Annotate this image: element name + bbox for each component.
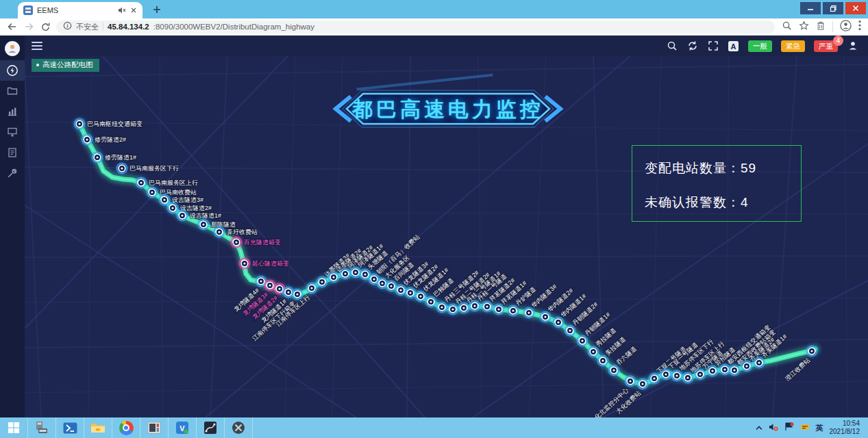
- screen: EEMS 不: [0, 0, 868, 438]
- station-count-text: 变配电站数量：59: [645, 159, 801, 177]
- station-marker[interactable]: 巴马南服务区下行: [116, 162, 179, 175]
- station-label: 设吉隧道1#: [190, 212, 221, 219]
- browser-addressbar: 不安全 45.84.134.2:8090/3000WEBV2/Distribut…: [0, 18, 868, 36]
- breadcrumb-tab[interactable]: 高速公路配电图: [32, 59, 99, 72]
- station-label: 设吉隧道3#: [172, 196, 203, 203]
- map-canvas[interactable]: 巴马南枢纽交通箱变修劳隧道2#修劳隧道1#巴马南服务区下行巴马南服务区上行巴马南…: [25, 56, 868, 417]
- profile-avatar-icon[interactable]: [840, 20, 852, 34]
- sidebar-item-tools[interactable]: [0, 163, 25, 183]
- sidebar-item-power-distribution[interactable]: [0, 60, 25, 81]
- eems-app: A 一般 紧急 严重4 巴马南枢纽交通箱变修劳隧道2#修劳隧道1#巴马南服务区下…: [0, 36, 868, 417]
- browser-tab[interactable]: EEMS: [18, 2, 142, 18]
- station-marker-alarm[interactable]: 延心隧道箱变: [238, 257, 289, 270]
- header-actions: A 一般 紧急 严重4: [666, 40, 868, 52]
- tab-title: EEMS: [37, 6, 114, 14]
- tray-ime-tool-icon[interactable]: [800, 422, 810, 434]
- svg-text:A: A: [731, 42, 736, 50]
- url-field[interactable]: 不安全 45.84.134.2:8090/3000WEBV2/Distribut…: [56, 21, 775, 34]
- powershell-icon[interactable]: [56, 417, 84, 438]
- browser-menu-icon[interactable]: [858, 20, 861, 34]
- station-marker[interactable]: 修劳隧道1#: [91, 151, 136, 164]
- actions-divider: [832, 21, 833, 32]
- file-explorer-icon[interactable]: [84, 417, 112, 438]
- station-label: 那陈隧道: [211, 221, 236, 228]
- tray-volume-icon[interactable]: [769, 422, 778, 434]
- station-marker[interactable]: 巴马南服务区上行: [135, 177, 198, 189]
- clock-date: 2021/8/12: [830, 428, 860, 437]
- user-icon[interactable]: [847, 40, 858, 52]
- refresh-icon[interactable]: [686, 40, 698, 52]
- addressbar-actions: [782, 20, 868, 34]
- reload-icon[interactable]: [37, 20, 53, 34]
- station-label: 巴马南枢纽交通箱变: [87, 120, 142, 127]
- language-icon[interactable]: A: [728, 40, 739, 52]
- server-manager-icon[interactable]: [28, 417, 56, 438]
- station-label: 弄圩收费站: [227, 229, 258, 235]
- station-marker[interactable]: 巴马南枢纽交通箱变: [73, 118, 142, 130]
- unconfirmed-alarm-text: 未确认报警数：4: [645, 194, 801, 211]
- tab-audio-muted-icon[interactable]: [118, 6, 126, 14]
- start-button[interactable]: [0, 417, 28, 438]
- window-controls: [800, 2, 866, 14]
- system-tray: 英 10:54 2021/8/12: [756, 417, 868, 438]
- station-label: 巴马南服务区上行: [149, 179, 198, 186]
- taskbar-clock[interactable]: 10:54 2021/8/12: [830, 420, 863, 437]
- window-minimize-button[interactable]: [800, 2, 821, 14]
- alarm-level-urgent-button[interactable]: 紧急: [781, 40, 805, 52]
- station-label: 延心隧道箱变: [252, 260, 289, 267]
- station-label: 百光隧道箱变: [243, 239, 281, 246]
- tab-favicon-icon: [23, 5, 33, 15]
- tray-notification-flag-icon[interactable]: [784, 422, 794, 434]
- browser-tabstrip: EEMS: [0, 0, 868, 18]
- alarm-count-badge: 4: [833, 36, 843, 46]
- sidebar-item-devices[interactable]: [0, 122, 25, 142]
- map-title-banner: 都巴高速电力监控 都巴高速电力监控: [336, 74, 560, 127]
- critical-button-label: 严重: [819, 42, 833, 50]
- menu-toggle-icon[interactable]: [32, 42, 42, 50]
- breadcrumb-dot-icon: [36, 64, 39, 66]
- design-app-icon[interactable]: [197, 417, 225, 438]
- clock-time: 10:54: [830, 420, 860, 428]
- alarm-level-critical-button[interactable]: 严重4: [814, 40, 838, 52]
- tab-close-icon[interactable]: [130, 7, 137, 14]
- new-tab-button[interactable]: [152, 5, 163, 16]
- breadcrumb-label: 高速公路配电图: [42, 60, 93, 70]
- vnc-app-icon[interactable]: V: [169, 417, 197, 438]
- sidebar-item-reports[interactable]: [0, 142, 25, 163]
- summary-panel: 变配电站数量：59 未确认报警数：4: [632, 145, 802, 222]
- fullscreen-icon[interactable]: [707, 40, 719, 52]
- ime-language-indicator[interactable]: 英: [816, 423, 823, 433]
- station-label: 巴马南服务区下行: [129, 165, 179, 172]
- station-label: 修劳隧道2#: [95, 136, 126, 143]
- security-label: 不安全: [76, 22, 99, 32]
- admin-tools-icon[interactable]: [225, 417, 253, 438]
- url-host: 45.84.134.2: [108, 23, 149, 31]
- back-icon[interactable]: [4, 20, 21, 34]
- alarm-level-normal-button[interactable]: 一般: [748, 40, 772, 52]
- page-info-icon[interactable]: [63, 21, 72, 33]
- chrome-icon[interactable]: [112, 417, 140, 438]
- forward-icon[interactable]: [21, 20, 37, 34]
- window-maximize-button[interactable]: [823, 2, 843, 14]
- zoom-icon[interactable]: [782, 21, 792, 34]
- station-marker[interactable]: 修劳隧道2#: [81, 133, 126, 146]
- map-title: 都巴高速电力监控: [351, 98, 544, 120]
- station-label: 修劳隧道1#: [105, 154, 136, 161]
- sidebar-item-statistics[interactable]: [0, 101, 25, 122]
- url-path: :8090/3000WEBV2/DistributDiagram_highway: [153, 23, 314, 31]
- bookmark-star-icon[interactable]: [799, 21, 809, 34]
- sidebar: [0, 36, 25, 417]
- search-icon[interactable]: [666, 40, 678, 52]
- taskbar: V 英 10:54 2021/8/12: [0, 417, 868, 438]
- station-label: 乔六隧道: [615, 345, 638, 367]
- sidebar-item-files[interactable]: [0, 81, 25, 101]
- url-divider: [103, 23, 103, 31]
- display-app-icon[interactable]: [140, 417, 169, 438]
- user-avatar[interactable]: [5, 41, 20, 56]
- window-close-button[interactable]: [845, 2, 866, 14]
- highway-map[interactable]: 巴马南枢纽交通箱变修劳隧道2#修劳隧道1#巴马南服务区下行巴马南服务区上行巴马南…: [25, 56, 868, 417]
- trash-icon[interactable]: [816, 21, 826, 34]
- tray-expand-icon[interactable]: [756, 422, 762, 434]
- app-header: A 一般 紧急 严重4: [25, 36, 868, 56]
